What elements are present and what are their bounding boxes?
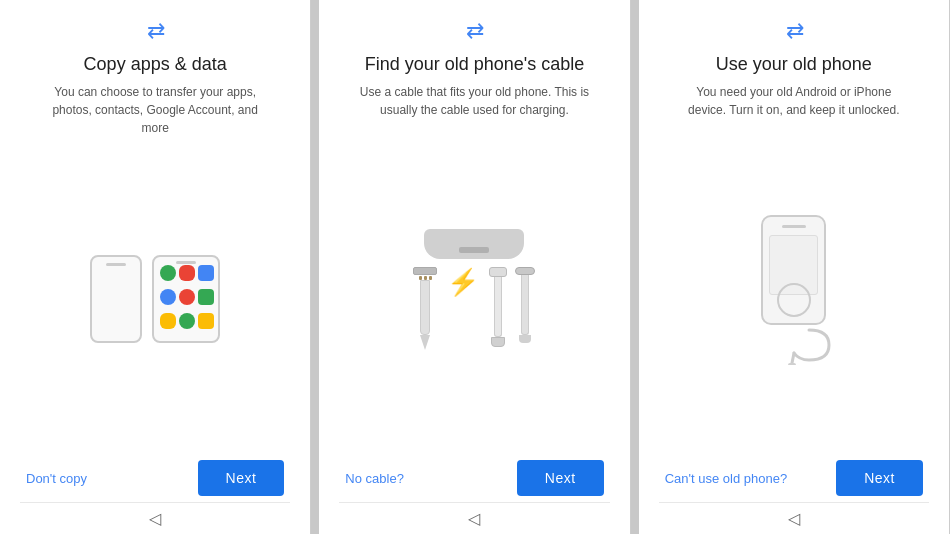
- cable-body-2: [494, 277, 502, 337]
- divider-1: [311, 0, 319, 534]
- app-icon-3: [198, 265, 214, 281]
- bottom-bar-3: Can't use old phone? Next: [659, 450, 929, 502]
- phone-outline: [90, 255, 142, 343]
- screen-find-cable: ⇄ Find your old phone's cable Use a cabl…: [319, 0, 630, 534]
- bottom-bar-1: Don't copy Next: [20, 450, 290, 502]
- old-phone-illustration: [754, 215, 834, 365]
- phone-apps-illustration: [90, 255, 220, 343]
- nav-bar-1: ◁: [20, 502, 290, 534]
- next-button-3[interactable]: Next: [836, 460, 923, 496]
- back-arrow-2[interactable]: ◁: [468, 509, 480, 528]
- cable-micro-usb: [413, 267, 437, 350]
- dont-copy-link[interactable]: Don't copy: [26, 471, 87, 486]
- title-old-phone: Use your old phone: [716, 54, 872, 75]
- old-phone-device: [761, 215, 826, 325]
- divider-2: [631, 0, 639, 534]
- app-icon-1: [160, 265, 176, 281]
- lightning-icon: ⚡: [447, 267, 479, 298]
- svg-rect-0: [788, 363, 796, 365]
- cable-head-2: [489, 267, 507, 277]
- app-icon-7: [160, 313, 176, 329]
- desc-find-cable: Use a cable that fits your old phone. Th…: [359, 83, 589, 119]
- title-find-cable: Find your old phone's cable: [365, 54, 585, 75]
- cable-body-3: [521, 275, 529, 335]
- cable-end-1: [420, 335, 430, 350]
- title-copy-data: Copy apps & data: [84, 54, 227, 75]
- screen-old-phone: ⇄ Use your old phone You need your old A…: [639, 0, 950, 534]
- bottom-bar-2: No cable? Next: [339, 450, 609, 502]
- app-icon-2: [179, 265, 195, 281]
- cable-usbc: [515, 267, 535, 343]
- app-icon-5: [179, 289, 195, 305]
- nav-bar-2: ◁: [339, 502, 609, 534]
- app-icon-6: [198, 289, 214, 305]
- illustration-find-cable: ⚡: [339, 129, 609, 450]
- desc-copy-data: You can choose to transfer your apps, ph…: [40, 83, 270, 137]
- old-phone-screen: [769, 235, 818, 295]
- cable-head-1: [413, 267, 437, 275]
- apps-grid: [152, 255, 220, 343]
- cable-head-3: [515, 267, 535, 275]
- nav-bar-3: ◁: [659, 502, 929, 534]
- app-icon-9: [198, 313, 214, 329]
- cable-illustration: ⚡: [413, 229, 535, 350]
- next-button-1[interactable]: Next: [198, 460, 285, 496]
- cable-lightning: [489, 267, 507, 347]
- illustration-copy-data: [20, 147, 290, 450]
- illustration-old-phone: [659, 129, 929, 450]
- back-arrow-3[interactable]: ◁: [788, 509, 800, 528]
- screen-copy-data: ⇄ Copy apps & data You can choose to tra…: [0, 0, 311, 534]
- cant-use-old-phone-link[interactable]: Can't use old phone?: [665, 471, 787, 486]
- no-cable-link[interactable]: No cable?: [345, 471, 404, 486]
- transfer-icon-2: ⇄: [466, 18, 482, 44]
- cable-coil-svg: [754, 325, 834, 365]
- cable-end-2: [491, 337, 505, 347]
- back-arrow-1[interactable]: ◁: [149, 509, 161, 528]
- transfer-icon-1: ⇄: [147, 18, 163, 44]
- cable-end-3: [519, 335, 531, 343]
- transfer-icon-3: ⇄: [786, 18, 802, 44]
- next-button-2[interactable]: Next: [517, 460, 604, 496]
- app-icon-8: [179, 313, 195, 329]
- app-icon-4: [160, 289, 176, 305]
- dock-shape: [424, 229, 524, 259]
- cables-row: ⚡: [413, 267, 535, 350]
- cable-body-1: [420, 280, 430, 335]
- desc-old-phone: You need your old Android or iPhone devi…: [679, 83, 909, 119]
